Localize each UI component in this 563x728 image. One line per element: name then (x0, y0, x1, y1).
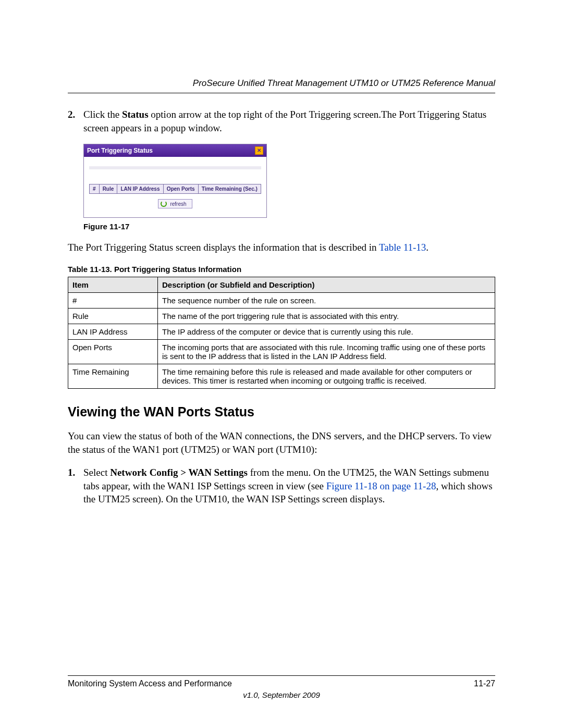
popup-col-time-remaining: Time Remaining (Sec.) (198, 184, 261, 194)
step-number: 2. (68, 108, 83, 134)
step-body: Select Network Config > WAN Settings fro… (83, 466, 495, 506)
cell-item: LAN IP Address (68, 324, 158, 339)
refresh-button[interactable]: refresh (158, 199, 192, 208)
refresh-label: refresh (170, 201, 186, 207)
footer-page-number: 11-27 (474, 679, 495, 688)
port-triggering-status-popup: Port Triggering Status ✕ # Rule LAN IP A… (83, 144, 267, 218)
page-footer: Monitoring System Access and Performance… (68, 675, 495, 699)
info-table: Item Description (or Subfield and Descri… (68, 277, 495, 389)
table-row: Time Remaining The time remaining before… (68, 364, 495, 388)
cell-desc: The time remaining before this rule is r… (158, 364, 495, 388)
table-row: Open Ports The incoming ports that are a… (68, 339, 495, 364)
popup-table: # Rule LAN IP Address Open Ports Time Re… (89, 184, 261, 194)
refresh-icon (161, 201, 167, 207)
step-body: Click the Status option arrow at the top… (83, 108, 495, 134)
table-row: LAN IP Address The IP address of the com… (68, 324, 495, 339)
figure-caption: Figure 11-17 (83, 222, 495, 231)
popup-col-rule: Rule (99, 184, 117, 194)
text: Select (83, 467, 110, 478)
section-heading: Viewing the WAN Ports Status (68, 404, 495, 419)
popup-title: Port Triggering Status (87, 147, 153, 154)
table-caption: Table 11-13. Port Triggering Status Info… (68, 265, 495, 274)
cell-desc: The IP address of the computer or device… (158, 324, 495, 339)
popup-body: # Rule LAN IP Address Open Ports Time Re… (84, 157, 266, 217)
header-description: Description (or Subfield and Description… (158, 277, 495, 292)
popup-col-open-ports: Open Ports (163, 184, 198, 194)
bold-text: Status (122, 109, 149, 120)
popup-titlebar: Port Triggering Status ✕ (84, 144, 266, 157)
table-reference-link[interactable]: Table 11-13 (379, 242, 426, 253)
footer-version: v1.0, September 2009 (68, 690, 495, 699)
cell-item: Time Remaining (68, 364, 158, 388)
text: Click the (83, 109, 122, 120)
table-row: # The sequence number of the rule on scr… (68, 292, 495, 308)
table-row: Rule The name of the port triggering rul… (68, 308, 495, 324)
popup-col-number: # (90, 184, 100, 194)
footer-chapter-title: Monitoring System Access and Performance (68, 679, 232, 688)
bold-text: Network Config > WAN Settings (110, 467, 248, 478)
cell-desc: The incoming ports that are associated w… (158, 339, 495, 364)
popup-col-lan-ip: LAN IP Address (117, 184, 163, 194)
text: The Port Triggering Status screen displa… (68, 242, 379, 253)
cell-item: Open Ports (68, 339, 158, 364)
popup-close-button[interactable]: ✕ (255, 146, 263, 155)
cell-desc: The name of the port triggering rule tha… (158, 308, 495, 324)
text: . (426, 242, 429, 253)
table-header-row: Item Description (or Subfield and Descri… (68, 277, 495, 292)
header-item: Item (68, 277, 158, 292)
figure-reference-link[interactable]: Figure 11-18 on page 11-28 (326, 480, 436, 491)
cell-item: # (68, 292, 158, 308)
paragraph: You can view the status of both of the W… (68, 429, 495, 456)
ordered-step-1: 1. Select Network Config > WAN Settings … (68, 466, 495, 506)
paragraph: The Port Triggering Status screen displa… (68, 241, 495, 254)
running-header: ProSecure Unified Threat Management UTM1… (68, 78, 495, 93)
ordered-step-2: 2. Click the Status option arrow at the … (68, 108, 495, 134)
popup-divider (89, 166, 261, 169)
cell-item: Rule (68, 308, 158, 324)
step-number: 1. (68, 466, 83, 506)
cell-desc: The sequence number of the rule on scree… (158, 292, 495, 308)
footer-rule (68, 675, 495, 676)
popup-button-row: refresh (89, 194, 261, 211)
